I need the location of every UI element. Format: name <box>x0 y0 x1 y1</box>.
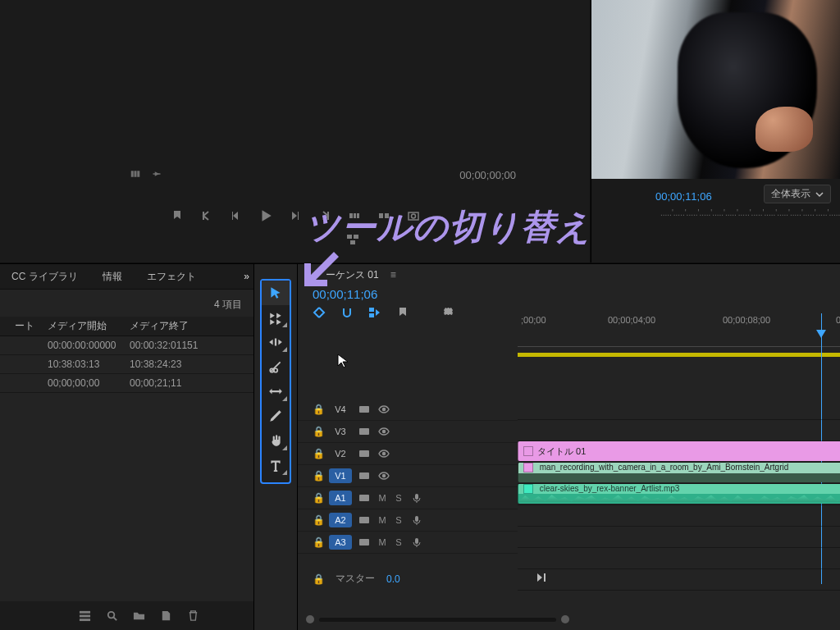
search-icon[interactable] <box>106 609 118 624</box>
program-timecode[interactable]: 00;00;11;06 <box>655 190 712 203</box>
track-header-v4[interactable]: 🔒 V4 <box>298 399 518 421</box>
track-header-v2[interactable]: 🔒 V2 <box>298 443 518 465</box>
pen-tool[interactable] <box>262 404 290 428</box>
lock-icon[interactable]: 🔒 <box>313 470 324 482</box>
eye-icon[interactable] <box>377 448 391 459</box>
new-bin-icon[interactable] <box>133 609 145 624</box>
scrollbar-track[interactable] <box>319 618 556 622</box>
lock-icon[interactable]: 🔒 <box>313 404 324 415</box>
overflow-icon[interactable]: » <box>244 271 249 282</box>
tab-cc-libraries[interactable]: CC ライブラリ <box>5 265 84 289</box>
track-header-a2[interactable]: 🔒 A2 M S <box>298 509 518 532</box>
overwrite-button[interactable] <box>377 208 391 223</box>
track-select-forward-tool[interactable] <box>262 305 290 330</box>
work-area-bar[interactable] <box>518 353 840 357</box>
new-item-icon[interactable] <box>160 609 172 624</box>
razor-tool[interactable] <box>262 354 290 379</box>
track-header-v1[interactable]: 🔒 V1 <box>298 465 518 487</box>
timeline-ruler[interactable]: ;00;00 00;00;04;00 00;00;08;00 00;00 <box>518 313 840 346</box>
solo-button[interactable]: S <box>393 515 404 525</box>
ripple-edit-tool[interactable] <box>262 330 290 354</box>
svg-point-25 <box>383 431 386 433</box>
project-column-headers[interactable]: ート メディア開始 メディア終了 <box>0 317 253 336</box>
toggle-output-icon[interactable] <box>357 470 372 482</box>
col-rate[interactable]: ート <box>15 319 48 333</box>
track-header-a3[interactable]: 🔒 A3 M S <box>298 532 518 554</box>
solo-button[interactable]: S <box>393 493 404 503</box>
track-header-v3[interactable]: 🔒 V3 <box>298 421 518 443</box>
sequence-tab[interactable]: ーケンス 01 <box>326 268 379 282</box>
track-header-a1[interactable]: 🔒 A1 M S <box>298 487 518 509</box>
track-label[interactable]: A2 <box>329 513 352 527</box>
col-media-start[interactable]: メディア開始 <box>48 319 130 333</box>
track-label[interactable]: V2 <box>329 446 352 461</box>
program-zoom-dropdown[interactable]: 全体表示 <box>764 185 831 203</box>
track-label[interactable]: A1 <box>329 491 352 505</box>
lock-icon[interactable]: 🔒 <box>313 573 324 585</box>
clip-audio[interactable]: clear-skies_by_rex-banner_Artlist.mp3 <box>518 484 840 504</box>
mark-out-button[interactable] <box>317 208 332 223</box>
type-tool[interactable] <box>262 453 290 477</box>
lock-icon[interactable]: 🔒 <box>313 448 324 459</box>
solo-button[interactable]: S <box>393 537 404 547</box>
mark-in-button[interactable] <box>199 208 214 223</box>
toggle-output-icon[interactable] <box>357 426 372 437</box>
toggle-output-icon[interactable] <box>357 536 372 548</box>
track-label[interactable]: V1 <box>329 468 352 483</box>
timeline-track-canvas[interactable]: タイトル 01 man_recording_with_camera_in_a_r… <box>518 399 840 603</box>
trash-icon[interactable] <box>187 609 199 624</box>
col-media-end[interactable]: メディア終了 <box>130 319 212 333</box>
zoom-handle-left[interactable] <box>306 615 314 623</box>
timeline-zoom-scrollbar[interactable] <box>306 614 569 624</box>
master-value[interactable]: 0.0 <box>386 573 400 585</box>
clip-video[interactable]: man_recording_with_camera_in_a_room_by_A… <box>518 463 840 482</box>
panel-menu-icon[interactable]: ≡ <box>390 269 396 281</box>
voiceover-icon[interactable] <box>409 514 424 526</box>
clip-title[interactable]: タイトル 01 <box>518 441 840 461</box>
track-label[interactable]: A3 <box>329 535 352 550</box>
lock-icon[interactable]: 🔒 <box>313 492 324 504</box>
project-row[interactable]: 00;00;00;00 00;00;21;11 <box>0 374 253 393</box>
overwrite-icon[interactable] <box>152 169 162 179</box>
eye-icon[interactable] <box>377 470 391 482</box>
toggle-output-icon[interactable] <box>357 514 372 526</box>
hand-tool[interactable] <box>262 428 290 453</box>
mute-button[interactable]: M <box>377 537 388 547</box>
voiceover-icon[interactable] <box>409 536 424 548</box>
voiceover-icon[interactable] <box>409 492 424 504</box>
timeline-body: ;00;00 00;00;04;00 00;00;08;00 00;00 🔒 V… <box>298 313 840 603</box>
selection-tool[interactable] <box>262 281 290 305</box>
tab-info[interactable]: 情報 <box>96 265 129 289</box>
timeline-playhead-timecode[interactable]: 00;00;11;06 <box>298 285 840 303</box>
lock-icon[interactable]: 🔒 <box>313 426 324 437</box>
mute-button[interactable]: M <box>377 515 388 525</box>
project-row[interactable]: 00:00:00:00000 00:00:32:01151 <box>0 336 253 355</box>
go-to-next-icon[interactable] <box>536 572 547 586</box>
project-row[interactable]: 10:38:03:13 10:38:24:23 <box>0 355 253 374</box>
slip-tool[interactable] <box>262 379 290 404</box>
zoom-handle-right[interactable] <box>561 615 569 623</box>
toggle-output-icon[interactable] <box>357 448 372 459</box>
tab-effects[interactable]: エフェクト <box>140 265 203 289</box>
eye-icon[interactable] <box>377 404 391 415</box>
program-mini-ruler[interactable]: .....'.....'.....'.....'.....'.....'....… <box>660 208 840 217</box>
toggle-output-icon[interactable] <box>357 404 372 415</box>
export-frame-button[interactable] <box>406 208 421 223</box>
insert-button[interactable] <box>347 208 362 223</box>
step-back-button[interactable] <box>229 208 244 223</box>
comparison-view-icon[interactable] <box>345 231 360 246</box>
play-button[interactable] <box>258 208 273 223</box>
program-video-preview[interactable] <box>591 0 840 179</box>
lock-icon[interactable]: 🔒 <box>313 514 324 526</box>
track-label[interactable]: V3 <box>329 424 352 439</box>
list-view-icon[interactable] <box>79 609 91 624</box>
track-label[interactable]: V4 <box>329 402 352 417</box>
mute-button[interactable]: M <box>377 493 388 503</box>
lock-icon[interactable]: 🔒 <box>313 536 324 548</box>
step-forward-button[interactable] <box>288 208 303 223</box>
master-track-header[interactable]: 🔒 マスター 0.0 <box>313 572 400 586</box>
toggle-output-icon[interactable] <box>357 492 372 504</box>
insert-icon[interactable] <box>130 169 140 179</box>
add-marker-button[interactable] <box>170 208 185 223</box>
eye-icon[interactable] <box>377 426 391 437</box>
